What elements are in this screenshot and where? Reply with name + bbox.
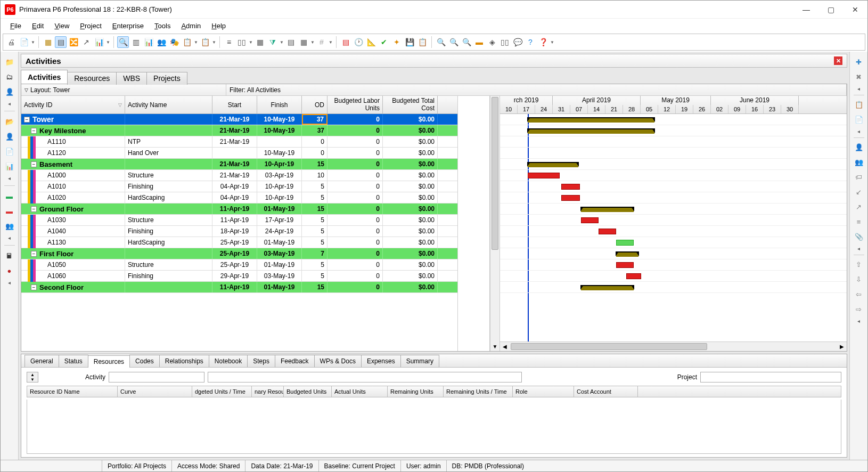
gantt-row[interactable] (500, 181, 847, 192)
res2-icon[interactable]: 👤 (4, 131, 15, 142)
network-icon[interactable]: ↗ (80, 36, 92, 48)
activity-row[interactable]: A1110NTP21-Mar-1900$0.00 (21, 136, 457, 148)
task-bar[interactable] (561, 195, 580, 201)
gantt-row[interactable] (500, 136, 847, 148)
day-header[interactable]: 26 (693, 105, 711, 114)
doc2-icon[interactable]: 📎 (853, 231, 865, 242)
tab-activities[interactable]: Activities (21, 70, 68, 84)
delete-icon[interactable]: ✖ (853, 71, 865, 83)
rel-icon[interactable]: ▯▯ (499, 36, 511, 48)
res-col[interactable]: Remaining Units / Time (444, 386, 513, 397)
gantt-row[interactable] (500, 282, 847, 293)
dot-icon[interactable]: ● (4, 265, 15, 276)
menu-edit[interactable]: Edit (28, 20, 48, 31)
summary-bar[interactable] (616, 251, 638, 257)
detail-tab-relationships[interactable]: Relationships (159, 355, 209, 367)
caret-r3-icon[interactable]: ◂ (857, 246, 860, 251)
wbs-row[interactable]: −Key Milestone21-Mar-1910-May-19370$0.00 (21, 125, 457, 136)
store-icon[interactable]: 💾 (404, 36, 415, 48)
progress-icon[interactable]: ▬ (473, 36, 485, 48)
activity-row[interactable]: A1130HardScaping25-Apr-1901-May-1950$0.0… (21, 237, 457, 248)
projects-icon[interactable]: 📁 (4, 56, 15, 68)
tab-resources[interactable]: Resources (67, 72, 117, 85)
claim-icon[interactable]: 📋 (416, 36, 428, 48)
step-icon[interactable]: ≡ (853, 216, 865, 227)
col-cost[interactable]: Budgeted TotalCost (383, 96, 438, 113)
tab-projects[interactable]: Projects (146, 72, 187, 85)
gantt-body[interactable] (500, 114, 847, 341)
up-icon[interactable]: ⇧ (853, 258, 865, 270)
day-header[interactable]: 28 (623, 105, 641, 114)
report-icon[interactable]: 📊 (4, 160, 15, 172)
zoom-fit-icon[interactable]: 🔍 (461, 36, 472, 48)
task-bar[interactable] (528, 173, 560, 178)
zoom-icon[interactable]: 🔍 (117, 36, 129, 48)
col-labor[interactable]: Budgeted LaborUnits (327, 96, 383, 113)
maximize-button[interactable]: ▢ (818, 1, 843, 18)
caret-r2-icon[interactable]: ◂ (857, 128, 860, 134)
collapse-icon[interactable]: ▦ (298, 36, 309, 48)
panel-close-icon[interactable]: ✕ (834, 56, 842, 65)
activity-name-field[interactable] (208, 372, 522, 383)
detail-tab-status[interactable]: Status (59, 355, 88, 367)
help2-icon[interactable]: ❓ (537, 36, 549, 48)
day-header[interactable]: 30 (781, 105, 799, 114)
wbs-row[interactable]: −Ground Floor11-Apr-1901-May-19150$0.00 (21, 204, 457, 215)
gantt-row[interactable] (500, 237, 847, 248)
add-icon[interactable]: ✚ (853, 56, 865, 68)
grid-icon[interactable]: ▦ (254, 36, 266, 48)
caret-left4-icon[interactable]: ◂ (8, 280, 11, 286)
day-header[interactable]: 12 (658, 105, 676, 114)
calc-icon[interactable]: 🖩 (4, 250, 15, 262)
spotlight-icon[interactable]: ✦ (391, 36, 403, 48)
roles-icon[interactable]: 🎭 (168, 36, 180, 48)
hash-icon[interactable]: # (316, 36, 327, 48)
copy-icon[interactable]: 📋 (853, 99, 865, 110)
detail-tab-feedback[interactable]: Feedback (275, 355, 315, 367)
columns2-icon[interactable]: ▯▯ (236, 36, 248, 48)
assign1-icon[interactable]: 📋 (181, 36, 193, 48)
wbs-row[interactable]: −Basement21-Mar-1910-Apr-19150$0.00 (21, 159, 457, 170)
day-header[interactable]: 24 (535, 105, 553, 114)
assign-role-icon[interactable]: 👥 (853, 156, 865, 168)
menu-project[interactable]: Project (76, 20, 105, 31)
detail-tab-wps-docs[interactable]: WPs & Docs (314, 355, 362, 367)
menu-view[interactable]: View (50, 20, 73, 31)
task-bar[interactable] (561, 184, 580, 190)
gantt-row[interactable] (500, 204, 847, 215)
code-icon[interactable]: 🏷 (853, 171, 865, 183)
tracking-icon[interactable]: 👤 (4, 86, 15, 97)
detail-tab-summary[interactable]: Summary (400, 355, 439, 367)
doc-icon[interactable]: 📄 (4, 145, 15, 157)
day-header[interactable]: 14 (588, 105, 605, 114)
resources-icon[interactable]: 👥 (155, 36, 167, 48)
wbs-icon[interactable]: 🗂 (4, 71, 15, 83)
menu-enterprise[interactable]: Enterprise (108, 20, 148, 31)
task-bar[interactable] (599, 229, 616, 234)
day-header[interactable]: 07 (570, 105, 588, 114)
gantt-row[interactable] (500, 271, 847, 282)
filter-icon[interactable]: ⧩ (267, 36, 279, 48)
resource-grid[interactable] (27, 400, 841, 454)
gantt-row[interactable] (500, 215, 847, 226)
eps-icon[interactable]: ▬ (4, 190, 15, 202)
zoom-in-icon[interactable]: 🔍 (435, 36, 447, 48)
caret-left-icon[interactable]: ◂ (8, 101, 11, 107)
activity-spinner[interactable]: ▲▼ (27, 372, 38, 383)
zoom-out-icon[interactable]: 🔍 (448, 36, 460, 48)
menu-tools[interactable]: Tools (150, 20, 175, 31)
day-header[interactable]: 16 (746, 105, 764, 114)
detail-tab-expenses[interactable]: Expenses (361, 355, 401, 367)
task-bar[interactable] (581, 217, 599, 223)
summary-bar[interactable] (528, 117, 654, 123)
close-button[interactable]: ✕ (843, 1, 867, 18)
day-header[interactable]: 05 (641, 105, 658, 114)
obs-icon[interactable]: ▬ (4, 205, 15, 217)
right-icon[interactable]: ⇨ (853, 303, 865, 315)
clock-icon[interactable]: 🕐 (353, 36, 364, 48)
detail-tab-general[interactable]: General (24, 355, 59, 367)
month-header[interactable]: rch 2019 (500, 96, 553, 105)
res-col[interactable]: nary Resou (252, 386, 284, 397)
chart-icon[interactable]: 📊 (93, 36, 105, 48)
gantt-row[interactable] (500, 148, 847, 159)
